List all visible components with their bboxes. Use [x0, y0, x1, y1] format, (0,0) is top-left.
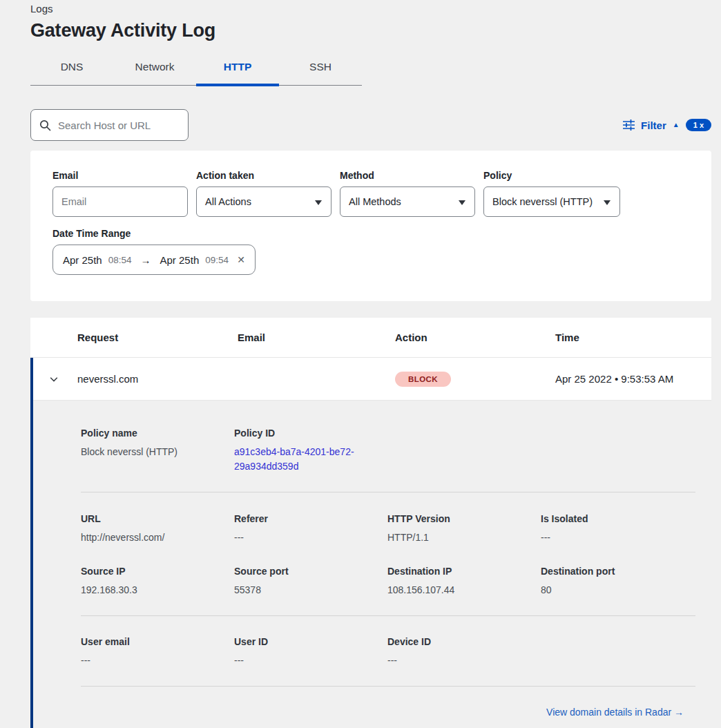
- http-version-field: HTTP Version HTTP/1.1: [387, 513, 541, 545]
- policy-id-label: Policy ID: [234, 428, 387, 439]
- http-version-label: HTTP Version: [387, 513, 541, 524]
- tab-dns[interactable]: DNS: [30, 57, 113, 85]
- user-email-value: ---: [81, 653, 234, 668]
- filter-controls[interactable]: Filter ▲ 1 x: [623, 119, 711, 131]
- row-time: Apr 25 2022 • 9:53:53 AM: [555, 373, 711, 385]
- col-email: Email: [238, 332, 395, 343]
- expand-chevron-icon[interactable]: [30, 374, 77, 385]
- policy-name-label: Policy name: [81, 428, 234, 439]
- source-port-field: Source port 55378: [234, 566, 387, 597]
- email-filter-label: Email: [52, 170, 188, 181]
- policy-id-field: Policy ID a91c3eb4-ba7a-4201-be72-29a934…: [234, 428, 387, 474]
- table-row[interactable]: neverssl.com BLOCK Apr 25 2022 • 9:53:53…: [30, 358, 711, 401]
- caret-up-icon: ▲: [673, 122, 680, 128]
- source-ip-value: 192.168.30.3: [81, 583, 234, 597]
- row-request[interactable]: neverssl.com: [77, 373, 238, 385]
- end-date[interactable]: Apr 25th: [160, 254, 200, 266]
- user-id-value: ---: [234, 653, 387, 668]
- chevron-down-icon: [315, 200, 322, 205]
- start-date[interactable]: Apr 25th: [63, 254, 102, 266]
- start-time[interactable]: 08:54: [108, 255, 132, 265]
- referer-label: Referer: [234, 513, 387, 524]
- tab-bar: DNS Network HTTP SSH: [30, 57, 362, 86]
- email-filter-field: Email: [52, 170, 188, 217]
- col-request: Request: [77, 332, 238, 343]
- table-header: Request Email Action Time: [30, 318, 711, 358]
- filter-button[interactable]: Filter: [641, 119, 666, 131]
- device-id-label: Device ID: [387, 636, 541, 647]
- http-version-value: HTTP/1.1: [387, 530, 541, 545]
- referer-value: ---: [234, 530, 387, 545]
- destination-port-field: Destination port 80: [541, 566, 694, 597]
- method-filter-label: Method: [340, 170, 475, 181]
- date-range-picker[interactable]: Apr 25th 08:54 → Apr 25th 09:54 ✕: [52, 245, 256, 275]
- radar-details-link[interactable]: View domain details in Radar →: [546, 707, 684, 718]
- device-id-value: ---: [387, 653, 541, 668]
- row-detail-panel: Policy name Block neverssl (HTTP) Policy…: [30, 401, 711, 728]
- destination-ip-label: Destination IP: [387, 566, 541, 577]
- col-time: Time: [555, 332, 711, 343]
- is-isolated-field: Is Isolated ---: [541, 513, 694, 545]
- destination-port-value: 80: [541, 583, 694, 597]
- action-filter-label: Action taken: [196, 170, 331, 181]
- policy-filter-select[interactable]: Block neverssl (HTTP): [483, 186, 620, 217]
- source-ip-label: Source IP: [81, 566, 234, 577]
- selected-row-indicator: [30, 358, 33, 728]
- toolbar: Filter ▲ 1 x: [30, 109, 711, 141]
- policy-filter-field: Policy Block neverssl (HTTP): [483, 170, 620, 217]
- search-input[interactable]: [58, 119, 180, 131]
- date-range-label: Date Time Range: [52, 228, 689, 239]
- email-filter-input[interactable]: [52, 186, 188, 217]
- is-isolated-value: ---: [541, 530, 694, 545]
- status-badge: BLOCK: [395, 372, 451, 387]
- page: Logs Gateway Activity Log DNS Network HT…: [30, 0, 711, 728]
- source-port-label: Source port: [234, 566, 387, 577]
- user-email-field: User email ---: [81, 636, 234, 668]
- date-range-field: Date Time Range Apr 25th 08:54 → Apr 25t…: [52, 228, 689, 275]
- source-ip-field: Source IP 192.168.30.3: [81, 566, 234, 597]
- breadcrumb: Logs: [30, 3, 711, 15]
- user-email-label: User email: [81, 636, 234, 647]
- search-icon: [39, 119, 51, 131]
- page-title: Gateway Activity Log: [30, 20, 711, 41]
- destination-ip-value: 108.156.107.44: [387, 583, 541, 597]
- destination-port-label: Destination port: [541, 566, 694, 577]
- end-time[interactable]: 09:54: [205, 255, 229, 265]
- action-filter-field: Action taken All Actions: [196, 170, 331, 217]
- col-action: Action: [395, 332, 555, 343]
- chevron-down-icon: [604, 200, 611, 205]
- policy-filter-value: Block neverssl (HTTP): [492, 196, 593, 207]
- device-id-field: Device ID ---: [387, 636, 541, 668]
- is-isolated-label: Is Isolated: [541, 513, 694, 524]
- log-table: Request Email Action Time neverssl.com B…: [30, 318, 711, 728]
- policy-filter-label: Policy: [483, 170, 620, 181]
- close-icon[interactable]: ✕: [237, 254, 245, 265]
- method-filter-select[interactable]: All Methods: [340, 186, 475, 217]
- tab-network[interactable]: Network: [113, 57, 196, 85]
- filter-count-badge[interactable]: 1 x: [686, 119, 711, 131]
- arrow-right-icon: →: [141, 254, 151, 266]
- filter-icon: [623, 119, 635, 131]
- policy-name-value: Block neverssl (HTTP): [81, 445, 234, 459]
- chevron-down-icon: [459, 200, 465, 205]
- policy-name-field: Policy name Block neverssl (HTTP): [81, 428, 234, 474]
- referer-field: Referer ---: [234, 513, 387, 545]
- search-box[interactable]: [30, 109, 189, 141]
- filter-panel: Email Action taken All Actions Method Al…: [30, 151, 711, 301]
- source-port-value: 55378: [234, 583, 387, 597]
- tab-ssh[interactable]: SSH: [279, 57, 362, 85]
- method-filter-field: Method All Methods: [340, 170, 475, 217]
- user-id-label: User ID: [234, 636, 387, 647]
- url-field: URL http://neverssl.com/: [81, 513, 234, 545]
- url-label: URL: [81, 513, 234, 524]
- tab-http[interactable]: HTTP: [196, 57, 279, 85]
- destination-ip-field: Destination IP 108.156.107.44: [387, 566, 541, 597]
- policy-id-link[interactable]: a91c3eb4-ba7a-4201-be72-29a934dd359d: [234, 445, 365, 474]
- action-filter-value: All Actions: [205, 196, 251, 207]
- user-id-field: User ID ---: [234, 636, 387, 668]
- method-filter-value: All Methods: [349, 196, 401, 207]
- url-value: http://neverssl.com/: [81, 530, 234, 545]
- action-filter-select[interactable]: All Actions: [196, 186, 331, 217]
